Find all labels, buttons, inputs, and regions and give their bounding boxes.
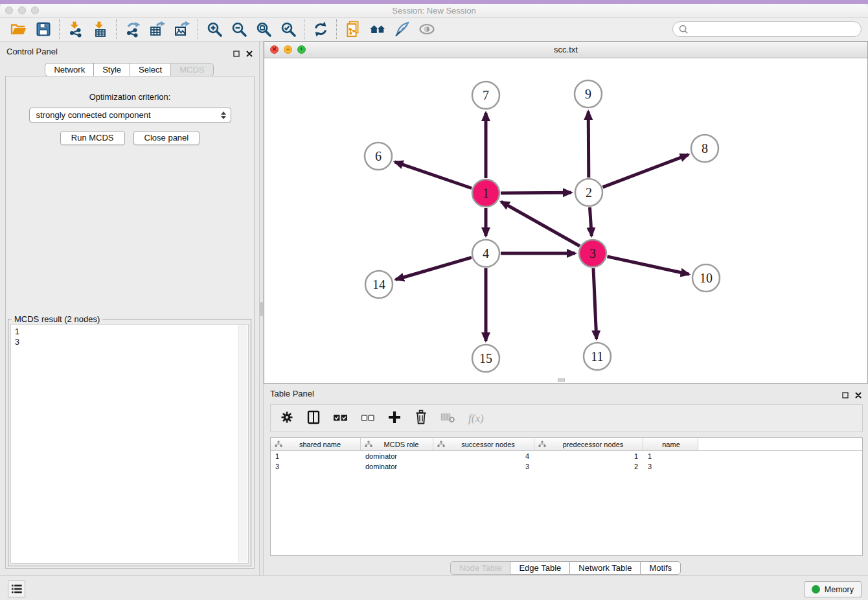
splitter-grip[interactable] <box>260 302 263 316</box>
delete-table-icon[interactable] <box>440 410 456 427</box>
mcds-result-textarea[interactable]: 1 3 <box>10 324 249 564</box>
style-brush-icon[interactable] <box>390 19 415 40</box>
select-all-columns-icon[interactable] <box>333 410 348 427</box>
network-window-titlebar[interactable]: scc.txt <box>264 42 867 58</box>
toolbar-separator <box>198 19 199 39</box>
result-scrollbar[interactable] <box>238 325 247 562</box>
table-settings-gear-icon[interactable] <box>280 410 294 427</box>
open-session-icon[interactable] <box>6 19 31 40</box>
toolbar-separator <box>116 19 117 39</box>
node-label-2: 2 <box>586 185 592 200</box>
edge-2-8[interactable] <box>603 155 689 187</box>
sort-hierarchy-icon[interactable] <box>365 441 372 448</box>
column-header-MCDS-role[interactable]: MCDS role <box>361 438 433 450</box>
search-field[interactable] <box>672 21 862 37</box>
toolbar-separator <box>336 19 337 39</box>
zoom-selected-icon[interactable] <box>276 19 301 40</box>
sort-hierarchy-icon[interactable] <box>538 441 546 448</box>
apply-layout-icon[interactable] <box>308 19 333 40</box>
control-panel-title: Control Panel <box>6 47 58 56</box>
node-table[interactable]: shared nameMCDS rolesuccessor nodesprede… <box>270 437 863 556</box>
cell[interactable]: 3 <box>271 461 361 472</box>
memory-status-icon <box>812 585 820 594</box>
table-row[interactable]: 3dominator323 <box>271 461 862 472</box>
tab-network-table[interactable]: Network Table <box>569 561 641 575</box>
node-label-10: 10 <box>700 271 713 285</box>
column-header-predecessor-nodes[interactable]: predecessor nodes <box>534 438 643 450</box>
mcds-result-title: MCDS result (2 nodes) <box>12 314 102 324</box>
cell[interactable]: 3 <box>643 461 698 472</box>
zoom-out-icon[interactable] <box>227 19 251 40</box>
edge-3-10[interactable] <box>608 257 689 274</box>
import-table-icon[interactable] <box>88 19 113 40</box>
close-panel-button[interactable]: Close panel <box>133 131 200 145</box>
float-panel-icon[interactable] <box>233 48 240 60</box>
node-label-7: 7 <box>483 88 489 102</box>
tab-edge-table[interactable]: Edge Table <box>510 561 570 575</box>
zoom-in-icon[interactable] <box>202 19 227 40</box>
function-builder-icon[interactable]: f(x) <box>468 412 484 425</box>
cell[interactable]: 4 <box>433 451 534 461</box>
edge-2-3[interactable] <box>590 207 592 236</box>
delete-column-trash-icon[interactable] <box>414 410 428 428</box>
cell[interactable]: 2 <box>534 461 643 472</box>
network-canvas[interactable]: 7968124314101511 <box>264 58 867 383</box>
new-network-from-selection-icon[interactable] <box>341 19 365 40</box>
node-label-3: 3 <box>589 246 596 260</box>
run-mcds-button[interactable]: Run MCDS <box>60 131 125 145</box>
cell[interactable]: dominator <box>361 461 433 472</box>
edge-4-14[interactable] <box>396 257 472 279</box>
graphics-details-eye-icon[interactable] <box>415 19 439 40</box>
import-network-icon[interactable] <box>63 19 88 40</box>
export-image-icon[interactable] <box>170 19 194 40</box>
tab-motifs[interactable]: Motifs <box>640 561 681 575</box>
welcome-screen-icon[interactable] <box>365 19 390 40</box>
memory-button[interactable]: Memory <box>804 581 862 597</box>
export-table-icon[interactable] <box>145 19 170 40</box>
memory-label: Memory <box>825 585 854 594</box>
control-panel: Control Panel NetworkStyleSelectMCDS Opt… <box>0 41 259 575</box>
column-header-name[interactable]: name <box>643 438 698 450</box>
cell[interactable]: 1 <box>271 451 361 461</box>
edge-1-6[interactable] <box>395 162 472 189</box>
zoom-fit-icon[interactable] <box>251 19 276 40</box>
table-panel: Table Panel f(x) shared nameMCDS rolesuc… <box>264 386 868 575</box>
export-network-icon[interactable] <box>120 19 145 40</box>
edge-2-9[interactable] <box>588 111 589 178</box>
canvas-scroll-thumb[interactable] <box>558 378 565 382</box>
node-label-11: 11 <box>591 349 603 363</box>
close-panel-icon[interactable] <box>246 48 253 60</box>
task-history-button[interactable] <box>8 581 25 597</box>
node-label-1: 1 <box>483 186 489 200</box>
save-session-icon[interactable] <box>31 19 56 40</box>
close-panel-icon[interactable] <box>855 389 862 401</box>
control-panel-tabs: NetworkStyleSelectMCDS <box>0 63 259 76</box>
show-columns-icon[interactable] <box>306 410 321 427</box>
search-input[interactable] <box>689 25 856 34</box>
cell[interactable]: 3 <box>433 461 534 472</box>
cell[interactable]: dominator <box>361 451 433 461</box>
cell[interactable]: 1 <box>643 451 698 461</box>
sort-hierarchy-icon[interactable] <box>275 441 282 448</box>
column-header-shared-name[interactable]: shared name <box>271 438 361 450</box>
tab-node-table[interactable]: Node Table <box>450 561 511 575</box>
column-header-successor-nodes[interactable]: successor nodes <box>433 438 534 450</box>
criterion-select[interactable]: strongly connected component <box>29 108 231 122</box>
tab-select[interactable]: Select <box>130 63 171 76</box>
edge-3-11[interactable] <box>593 268 597 339</box>
tab-mcds[interactable]: MCDS <box>170 63 213 76</box>
node-label-14: 14 <box>372 277 385 292</box>
table-body: 1dominator4113dominator323 <box>271 451 862 472</box>
node-label-15: 15 <box>479 351 492 365</box>
cell[interactable]: 1 <box>534 451 643 461</box>
panel-splitter[interactable] <box>259 41 264 575</box>
edge-3-1[interactable] <box>501 202 580 246</box>
deselect-all-columns-icon[interactable] <box>361 410 375 427</box>
create-column-plus-icon[interactable] <box>387 410 402 427</box>
edge-1-2[interactable] <box>501 192 571 193</box>
tab-style[interactable]: Style <box>93 63 130 76</box>
table-row[interactable]: 1dominator411 <box>271 451 862 461</box>
float-panel-icon[interactable] <box>842 389 849 401</box>
sort-hierarchy-icon[interactable] <box>437 441 445 448</box>
tab-network[interactable]: Network <box>45 63 94 76</box>
